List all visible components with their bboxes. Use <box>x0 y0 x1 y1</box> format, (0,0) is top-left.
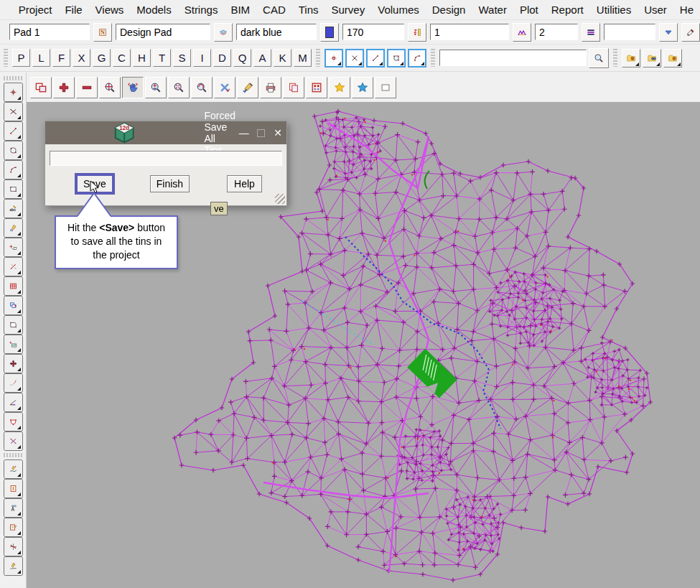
find-project-button[interactable] <box>643 49 661 67</box>
sketch-tool[interactable] <box>4 459 23 479</box>
zoom-out-button[interactable] <box>76 77 98 98</box>
toolbar-grip[interactable] <box>316 49 320 67</box>
height-input[interactable] <box>342 24 404 40</box>
delete-view-button[interactable] <box>214 77 235 98</box>
snap-toggle-p[interactable]: P <box>12 49 30 67</box>
menu-utilities[interactable]: Utilities <box>590 1 638 18</box>
snap-toggle-f[interactable]: F <box>52 49 70 67</box>
menu-survey[interactable]: Survey <box>325 1 372 18</box>
linestyle-picker-button[interactable] <box>582 23 600 42</box>
snap-toggle-d[interactable]: D <box>213 49 231 67</box>
menu-water[interactable]: Water <box>472 1 513 18</box>
circle-tool[interactable] <box>4 141 23 160</box>
edit-line-tool[interactable] <box>4 556 23 576</box>
snap-toggle-q[interactable]: Q <box>233 49 251 67</box>
menu-help[interactable]: He <box>673 1 700 18</box>
shared-favourites-button[interactable] <box>352 77 373 98</box>
grid-tool[interactable] <box>4 276 23 296</box>
zoom-extents-button[interactable] <box>99 77 121 98</box>
dropdown-button[interactable] <box>659 23 678 42</box>
annotate-tool[interactable] <box>4 373 23 393</box>
snap-toggle-t[interactable]: T <box>153 49 171 67</box>
create-point-button[interactable] <box>325 49 343 67</box>
snap-toggle-l[interactable]: L <box>32 49 50 67</box>
menu-models[interactable]: Models <box>130 1 177 18</box>
menu-bim[interactable]: BIM <box>224 1 256 18</box>
zoom-shrink-button[interactable] <box>168 77 190 98</box>
snap-toggle-k[interactable]: K <box>274 49 291 67</box>
create-arc-button[interactable] <box>408 49 426 67</box>
menu-strings[interactable]: Strings <box>178 1 225 18</box>
toolbar-grip[interactable] <box>4 76 22 80</box>
measure-tool[interactable] <box>4 257 23 276</box>
delete-tool[interactable] <box>4 431 23 451</box>
create-circle-button[interactable] <box>387 49 406 67</box>
linestyle-input[interactable] <box>535 24 578 40</box>
menu-plot[interactable]: Plot <box>513 1 545 18</box>
notes-tool[interactable] <box>4 518 23 537</box>
finish-button[interactable]: Finish <box>150 175 190 192</box>
snap-toggle-i[interactable]: I <box>193 49 211 67</box>
zoom-dynamic-button[interactable] <box>145 77 167 98</box>
tinability-picker-button[interactable] <box>513 23 531 42</box>
favourites-button[interactable] <box>329 77 350 98</box>
move-tool[interactable] <box>4 354 23 373</box>
menu-tins[interactable]: Tins <box>292 1 325 18</box>
create-node-button[interactable] <box>345 49 364 67</box>
help-button[interactable]: Help <box>227 175 262 192</box>
view-previous-button[interactable] <box>191 77 213 98</box>
name-input[interactable] <box>9 24 90 40</box>
view-windows-tool[interactable] <box>4 296 23 315</box>
height-picker-button[interactable] <box>408 23 426 42</box>
toolbar-grip[interactable] <box>4 49 8 67</box>
section-tool[interactable] <box>4 537 23 556</box>
close-button[interactable]: ✕ <box>269 121 286 144</box>
pan-button[interactable] <box>122 77 144 98</box>
create-point-tool[interactable] <box>4 83 23 102</box>
colour-input[interactable] <box>236 24 317 40</box>
resize-grip[interactable] <box>275 194 285 204</box>
model-picker-button[interactable] <box>214 23 233 42</box>
name-picker-button[interactable]: N <box>93 23 112 42</box>
toolbar-grip[interactable] <box>4 453 22 457</box>
snap-toggle-c[interactable]: C <box>113 49 131 67</box>
recent-project-button[interactable] <box>663 49 682 67</box>
menu-report[interactable]: Report <box>545 1 590 18</box>
node-tool[interactable] <box>4 102 23 121</box>
view-menu-button[interactable] <box>30 77 52 98</box>
image-tool[interactable] <box>4 335 23 354</box>
minimize-button[interactable]: — <box>235 121 253 144</box>
symbol-tool[interactable] <box>4 218 23 238</box>
create-line-button[interactable] <box>366 49 385 67</box>
menu-volumes[interactable]: Volumes <box>371 1 426 18</box>
toolbar-grip[interactable] <box>613 49 617 67</box>
point-box-tool[interactable] <box>4 238 23 257</box>
zoom-in-button[interactable] <box>53 77 75 98</box>
snap-toggle-s[interactable]: S <box>173 49 191 67</box>
snap-toggle-a[interactable]: A <box>253 49 271 67</box>
arc-tool[interactable] <box>4 160 23 179</box>
menu-views[interactable]: Views <box>89 1 131 18</box>
open-project-button[interactable] <box>622 49 640 67</box>
menu-project[interactable]: Project <box>12 1 59 18</box>
tinability-input[interactable] <box>430 24 509 40</box>
text-style-tool[interactable]: I <box>4 479 23 498</box>
rectangle-tool[interactable] <box>4 179 23 199</box>
eyedropper-button[interactable] <box>681 23 700 42</box>
shape-tool[interactable] <box>4 315 23 335</box>
snap-toggle-g[interactable]: G <box>93 49 111 67</box>
survey-tool[interactable] <box>4 498 23 518</box>
model-input[interactable] <box>116 24 210 40</box>
birdseye-button[interactable] <box>375 77 396 98</box>
dialog-titlebar[interactable]: 12d Forced Save All Tins — ✕ <box>45 121 286 144</box>
snap-toggle-m[interactable]: M <box>294 49 312 67</box>
redraw-button[interactable] <box>237 77 258 98</box>
extra-input[interactable] <box>604 24 655 40</box>
maximize-button[interactable] <box>253 121 270 144</box>
search-input[interactable] <box>439 50 587 66</box>
menu-file[interactable]: File <box>58 1 88 18</box>
snap-toggle-h[interactable]: H <box>133 49 151 67</box>
menu-cad[interactable]: CAD <box>256 1 292 18</box>
menu-user[interactable]: User <box>638 1 673 18</box>
menu-design[interactable]: Design <box>426 1 472 18</box>
